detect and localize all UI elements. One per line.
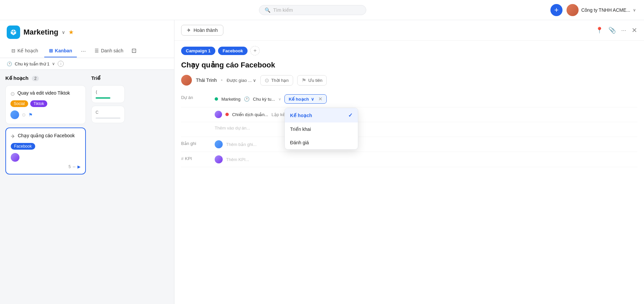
info-icon[interactable]: i (58, 61, 64, 67)
star-icon[interactable]: ★ (68, 29, 74, 36)
assigned-dropdown-button[interactable]: Được giao ... ∨ (227, 78, 257, 83)
campaign-avatar (215, 111, 222, 118)
danh-gia-option-label: Đánh giá (290, 140, 309, 145)
project-chevron-icon[interactable]: ∨ (62, 30, 65, 35)
partial-card-1[interactable]: ⟨ (91, 85, 125, 103)
attachment-icon[interactable]: 📎 (608, 27, 616, 34)
status-option-danh-gia[interactable]: Đánh giá (285, 136, 358, 149)
tab-kanban[interactable]: ⊞ Kanban (44, 45, 77, 57)
detail-tag-facebook[interactable]: Facebook (218, 47, 248, 55)
assigned-chevron-icon: ∨ (253, 78, 256, 83)
kpi-label: #KPI (181, 155, 215, 161)
assignee-row: Thái Trinh • Được giao ... ∨ ⊙ Thời hạn … (174, 75, 644, 91)
ban-ghi-value: Thêm bản ghi... (215, 140, 637, 148)
card-send-icon: ✈ (11, 133, 15, 140)
tab-danh-sach[interactable]: ☰ Danh sách (90, 45, 128, 57)
search-placeholder: Tìm kiếm (273, 7, 293, 13)
complete-icon: ✈ (187, 28, 191, 33)
deadline-icon: ⊙ (265, 77, 269, 84)
status-clear-icon[interactable]: ✕ (318, 96, 322, 102)
priority-label: Ưu tiên (308, 78, 323, 83)
campaign-name: Chiến dịch quản... (232, 112, 268, 117)
top-right: + Công ty TNHH ACME... ∨ (550, 4, 636, 16)
assigned-label: Được giao ... (227, 78, 252, 83)
ke-hoach-tab-icon: ⊟ (11, 48, 15, 53)
status-option-ke-hoach[interactable]: Kế hoạch ✓ (285, 108, 358, 122)
ban-ghi-label: Bản ghi (181, 140, 215, 146)
close-icon[interactable]: ✕ (632, 26, 637, 34)
card-check-icon: ⊙ (10, 91, 15, 97)
campaign-value: Chiến dịch quản... Lập kế hoạch (215, 111, 637, 118)
cycle-chevron-sm[interactable]: ∨ (278, 97, 281, 101)
trien-khai-option-label: Triển khai (290, 126, 311, 132)
check-icon: ✓ (348, 112, 353, 118)
card-count: 5 (68, 164, 71, 169)
column-title-ke-hoach: Kế hoạch (5, 75, 29, 81)
deadline-label: Thời hạn (271, 78, 288, 83)
deadline-icon-1: ⊙ (22, 112, 26, 117)
right-panel: ✈ Hoàn thành 📍 📎 ··· ✕ Campaign 1 Facebo… (174, 20, 644, 304)
card-facebook-ads[interactable]: ✈ Chạy quảng cáo Facebook Facebook 5 ↔ ▶ (5, 128, 86, 174)
tab-more-icon[interactable]: ··· (78, 45, 89, 57)
add-tag-button[interactable]: + (250, 46, 260, 55)
status-option-trien-khai[interactable]: Triển khai (285, 122, 358, 136)
ban-ghi-placeholder[interactable]: Thêm bản ghi... (226, 142, 257, 147)
clock-icon: 🕐 (7, 61, 12, 66)
column-header-ke-hoach: Kế hoạch 2 (5, 75, 86, 81)
add-button[interactable]: + (550, 4, 562, 16)
card-arrow-icon: ▶ (77, 164, 80, 169)
card-bottom-row-2: 5 ↔ ▶ (11, 164, 80, 169)
column-count-ke-hoach: 2 (32, 76, 39, 81)
status-label: Kế hoạch (289, 97, 309, 102)
card-avatar-1 (10, 110, 19, 119)
status-dropdown-button[interactable]: Kế hoạch ∨ ✕ (284, 94, 327, 104)
add-project-value: Thêm vào dự án... (215, 125, 637, 131)
marketing-dot (215, 97, 218, 101)
avatar (567, 4, 579, 16)
complete-label: Hoàn thành (194, 28, 218, 33)
detail-tag-campaign[interactable]: Campaign 1 (181, 47, 215, 55)
tab-extra[interactable]: ⊡ (129, 44, 139, 58)
tags-row-1: Social Tiktok (10, 100, 81, 107)
deadline-button[interactable]: ⊙ Thời hạn (260, 75, 293, 86)
card-count-icon: ↔ (72, 164, 76, 169)
tab-ke-hoach[interactable]: ⊟ Kế hoạch (7, 45, 43, 57)
card-footer-2 (11, 153, 80, 162)
danh-sach-tab-label: Danh sách (101, 48, 123, 53)
company-area[interactable]: Công ty TNHH ACME... ∨ (567, 4, 636, 16)
priority-button[interactable]: ⚑ Ưu tiên (297, 75, 327, 86)
add-project-placeholder[interactable]: Thêm vào dự án... (215, 125, 250, 131)
kpi-placeholder[interactable]: Thêm KPI... (226, 157, 249, 162)
complete-button[interactable]: ✈ Hoàn thành (181, 25, 223, 36)
left-panel: Marketing ∨ ★ ⊟ Kế hoạch ⊞ Kanban ··· ☰ … (0, 20, 174, 304)
flag-icon-1: ⚑ (29, 112, 33, 117)
assignee-name: Thái Trinh (196, 78, 217, 83)
card-footer-1: ⊙ ⚑ (10, 110, 81, 119)
ban-ghi-avatar (215, 140, 223, 148)
more-icon[interactable]: ··· (621, 27, 626, 34)
kanban-column-trien-khai: Triể ⟨ C (91, 75, 125, 299)
top-nav: 🔍 Tìm kiếm + Công ty TNHH ACME... ∨ (0, 0, 644, 20)
tag-social[interactable]: Social (10, 100, 28, 107)
card-title-2: Chạy quảng cáo Facebook (18, 133, 75, 138)
kanban-area: Kế hoạch 2 ⊙ Quay và edit video Tiktok S… (0, 70, 174, 304)
kpi-avatar (215, 155, 223, 163)
main-layout: Marketing ∨ ★ ⊟ Kế hoạch ⊞ Kanban ··· ☰ … (0, 20, 644, 304)
status-chevron-icon: ∨ (311, 97, 314, 102)
search-icon: 🔍 (265, 7, 270, 13)
card-title-row-2: ✈ Chạy quảng cáo Facebook (11, 133, 80, 140)
ke-hoach-tab-label: Kế hoạch (17, 48, 38, 53)
cycle-row: 🕐 Chu kỳ tuần thứ 1 ∨ i (0, 58, 174, 70)
cycle-chevron-icon[interactable]: ∨ (52, 61, 55, 66)
partial-card-2[interactable]: C (91, 106, 125, 123)
project-title-row: Marketing ∨ ★ (7, 26, 167, 39)
tag-tiktok[interactable]: Tiktok (30, 100, 48, 107)
card-video-tiktok[interactable]: ⊙ Quay và edit video Tiktok Social Tikto… (5, 85, 86, 124)
kanban-tab-label: Kanban (55, 48, 72, 53)
search-bar[interactable]: 🔍 Tìm kiếm (259, 5, 366, 15)
tag-facebook[interactable]: Facebook (11, 143, 35, 150)
add-project-row: Thêm vào dự án... (181, 122, 637, 137)
location-icon[interactable]: 📍 (596, 27, 603, 34)
partial-card-progress-1 (96, 97, 110, 99)
tags-row-2: Facebook (11, 143, 80, 150)
